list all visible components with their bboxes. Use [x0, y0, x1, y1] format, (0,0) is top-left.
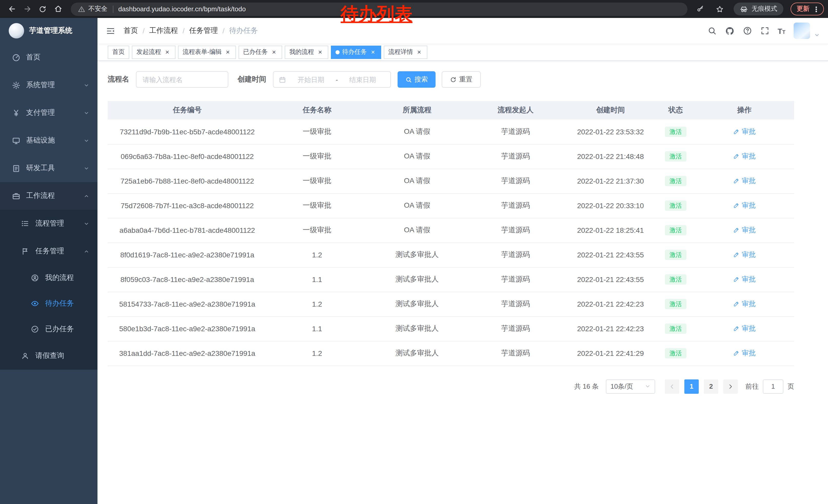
page-button-2[interactable]: 2: [704, 379, 718, 394]
approve-link-label: 审批: [742, 349, 756, 358]
sidebar-item-leave-query[interactable]: 请假查询: [0, 342, 97, 370]
cell-initiator: 芋道源码: [467, 341, 564, 366]
reset-button[interactable]: 重置: [442, 71, 481, 88]
approve-link[interactable]: 审批: [733, 349, 756, 358]
breadcrumb-separator: /: [223, 27, 225, 35]
cell-task-id: 8f059c03-7ac8-11ec-a9e2-a2380e71991a: [108, 267, 267, 292]
pen-icon: [733, 276, 740, 283]
back-button[interactable]: [4, 1, 19, 17]
refresh-button[interactable]: [35, 1, 50, 17]
tab-form-edit[interactable]: 流程表单-编辑×: [178, 45, 236, 59]
search-icon[interactable]: [707, 26, 716, 35]
app-frame: 芋道管理系统 首页系统管理支付管理基础设施研发工具工作流程流程管理任务管理我的流…: [0, 18, 828, 504]
sidebar-item-process-management[interactable]: 流程管理: [0, 210, 97, 237]
column-header: 任务名称: [267, 101, 367, 120]
page-button-1[interactable]: 1: [685, 379, 699, 394]
page-size-value: 10条/页: [611, 382, 633, 391]
kebab-menu-icon[interactable]: ⋮: [813, 5, 820, 12]
sidebar-toggle-icon[interactable]: [106, 26, 115, 36]
update-button[interactable]: 更新 ⋮: [791, 3, 824, 15]
approve-link[interactable]: 审批: [733, 275, 756, 284]
breadcrumb-item-home[interactable]: 首页: [124, 26, 138, 35]
approve-link[interactable]: 审批: [733, 300, 756, 309]
approve-link[interactable]: 审批: [733, 152, 756, 161]
sidebar-item-label: 系统管理: [26, 81, 55, 90]
sidebar-item-my-process[interactable]: 我的流程: [0, 265, 97, 291]
close-icon[interactable]: ×: [317, 48, 324, 56]
next-page-button[interactable]: [723, 379, 738, 394]
approve-link[interactable]: 审批: [733, 250, 756, 260]
close-icon[interactable]: ×: [164, 48, 171, 56]
pen-icon: [733, 301, 740, 307]
bookmark-star-icon[interactable]: [712, 1, 728, 17]
address-bar[interactable]: 不安全 dashboard.yudao.iocoder.cn/bpm/task/…: [71, 2, 688, 16]
approve-link[interactable]: 审批: [733, 226, 756, 235]
approve-link[interactable]: 审批: [733, 127, 756, 136]
cell-status: 激活: [657, 218, 695, 242]
cell-created-time: 2022-01-21 22:43:55: [564, 267, 657, 292]
sidebar-item-devtools[interactable]: 研发工具: [0, 154, 97, 182]
column-header: 状态: [657, 101, 695, 120]
cell-task-name: 1.1: [267, 267, 367, 292]
help-icon[interactable]: [743, 26, 752, 35]
cell-created-time: 2022-01-22 18:25:41: [564, 218, 657, 242]
tab-start-process[interactable]: 发起流程×: [132, 45, 175, 59]
avatar-caret-icon[interactable]: [814, 32, 820, 38]
breadcrumb: 首页/ 工作流程/ 任务管理/ 待办任务: [124, 26, 258, 35]
sidebar-item-label: 已办任务: [45, 325, 74, 334]
fullscreen-icon[interactable]: [760, 26, 769, 35]
status-badge: 激活: [665, 348, 687, 358]
home-button[interactable]: [50, 1, 66, 17]
sidebar-item-home[interactable]: 首页: [0, 44, 97, 71]
sidebar-item-infrastructure[interactable]: 基础设施: [0, 127, 97, 154]
close-icon[interactable]: ×: [369, 48, 377, 56]
cell-initiator: 芋道源码: [467, 120, 564, 144]
create-time-range-picker[interactable]: -: [273, 71, 391, 88]
cell-task-name: 一级审批: [267, 144, 367, 169]
table-row: 069c6a63-7b8a-11ec-8ef0-acde48001122一级审批…: [108, 144, 794, 169]
sidebar-item-todo-tasks[interactable]: 待办任务: [0, 291, 97, 316]
search-button[interactable]: 搜索: [398, 71, 436, 88]
forward-button[interactable]: [19, 1, 35, 17]
end-date-input[interactable]: [340, 76, 385, 83]
approve-link[interactable]: 审批: [733, 201, 756, 210]
breadcrumb-item-task-management[interactable]: 任务管理: [189, 26, 218, 35]
cell-status: 激活: [657, 292, 695, 316]
approve-link[interactable]: 审批: [733, 324, 756, 333]
cell-task-id: 75d72608-7b7f-11ec-a3c8-acde48001122: [108, 193, 267, 218]
github-icon[interactable]: [724, 26, 734, 36]
sidebar-item-done-tasks[interactable]: 已办任务: [0, 316, 97, 342]
close-icon[interactable]: ×: [271, 48, 278, 56]
tab-todo-tasks[interactable]: 待办任务×: [331, 45, 381, 59]
approve-link[interactable]: 审批: [733, 176, 756, 186]
sidebar-item-task-management[interactable]: 任务管理: [0, 237, 97, 265]
password-key-icon[interactable]: [693, 1, 708, 17]
pen-icon: [733, 202, 740, 209]
process-name-input[interactable]: [136, 71, 228, 88]
tab-process-detail[interactable]: 流程详情×: [384, 45, 427, 59]
close-icon[interactable]: ×: [416, 48, 423, 56]
sidebar-item-workflow[interactable]: 工作流程: [0, 182, 97, 210]
breadcrumb-item-workflow[interactable]: 工作流程: [149, 26, 178, 35]
pen-icon: [733, 325, 740, 332]
sidebar-item-label: 流程管理: [35, 219, 64, 228]
close-icon[interactable]: ×: [224, 48, 232, 56]
sidebar-item-payment[interactable]: 支付管理: [0, 99, 97, 127]
sidebar-item-system[interactable]: 系统管理: [0, 71, 97, 99]
start-date-input[interactable]: [288, 76, 334, 83]
avatar[interactable]: [794, 22, 810, 39]
screen: 不安全 dashboard.yudao.iocoder.cn/bpm/task/…: [0, 0, 828, 504]
goto-page-input[interactable]: [763, 379, 783, 394]
font-size-icon[interactable]: TT: [778, 27, 785, 35]
list-icon: [19, 220, 31, 228]
tab-done-tasks[interactable]: 已办任务×: [239, 45, 282, 59]
tab-home[interactable]: 首页: [108, 45, 129, 59]
approve-link-label: 审批: [742, 127, 756, 136]
page-size-select[interactable]: 10条/页: [606, 379, 655, 394]
status-badge: 激活: [665, 324, 687, 334]
page-content: 流程名 创建时间 - 搜索 重置: [97, 61, 828, 504]
tab-my-process[interactable]: 我的流程×: [285, 45, 328, 59]
chevron-down-icon: [645, 383, 651, 389]
prev-page-button[interactable]: [665, 379, 679, 394]
browser-chrome: 不安全 dashboard.yudao.iocoder.cn/bpm/task/…: [0, 0, 828, 18]
